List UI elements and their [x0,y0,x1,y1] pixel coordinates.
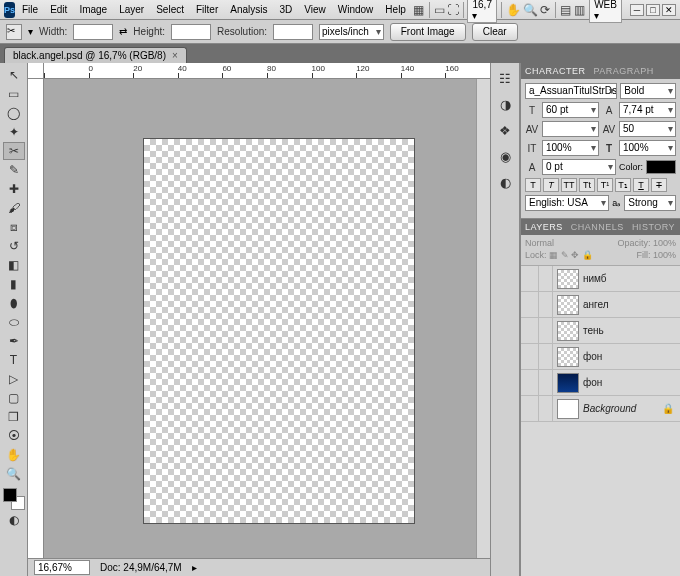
layer-row[interactable]: фон [521,370,680,396]
visibility-icon[interactable] [521,396,539,422]
menu-filter[interactable]: Filter [191,2,223,17]
window-maximize-button[interactable]: □ [646,4,660,16]
resolution-unit-select[interactable]: pixels/inch [319,24,384,40]
layer-name[interactable]: нимб [583,273,607,284]
scrollbar-vertical[interactable] [476,79,490,558]
layer-row[interactable]: ангел [521,292,680,318]
baseline-input[interactable]: 0 pt [542,159,616,175]
language-select[interactable]: English: USA [525,195,609,211]
zoom-status[interactable]: 16,67% [34,560,90,575]
quick-mask-tool[interactable]: ◐ [3,511,25,529]
layer-thumbnail[interactable] [557,347,579,367]
zoom-tool[interactable]: 🔍 [3,465,25,483]
menu-3d[interactable]: 3D [274,2,297,17]
link-cell[interactable] [539,292,553,318]
color-panel-icon[interactable]: ◑ [496,95,514,113]
layer-name[interactable]: тень [583,325,604,336]
hand-icon[interactable]: ✋ [506,1,521,19]
blur-tool[interactable]: ⬮ [3,294,25,312]
layer-thumbnail[interactable] [557,295,579,315]
fill-input[interactable]: 100% [653,250,676,260]
layer-name[interactable]: ангел [583,299,609,310]
menu-help[interactable]: Help [380,2,411,17]
arrange-docs-icon[interactable]: ▭ [433,1,445,19]
status-arrow-icon[interactable]: ▸ [192,562,197,573]
kerning-input[interactable] [542,121,599,137]
zoom-level-input[interactable]: 16,7 ▾ [467,0,496,23]
layer-row[interactable]: нимб [521,266,680,292]
link-cell[interactable] [539,344,553,370]
width-input[interactable] [73,24,113,40]
brush-tool[interactable]: 🖌 [3,199,25,217]
vertical-scale-input[interactable]: 100% [542,140,599,156]
menu-window[interactable]: Window [333,2,379,17]
tab-channels[interactable]: CHANNELS [571,222,624,232]
visibility-icon[interactable] [521,344,539,370]
window-minimize-button[interactable]: ─ [630,4,644,16]
move-tool[interactable]: ↖ [3,66,25,84]
visibility-icon[interactable] [521,370,539,396]
subscript-button[interactable]: T₁ [615,178,631,192]
leading-input[interactable]: 7,74 pt [619,102,676,118]
layer-row[interactable]: Background 🔒 [521,396,680,422]
3d-tool[interactable]: ❐ [3,408,25,426]
launch-bridge-icon[interactable]: ▦ [413,1,425,19]
healing-tool[interactable]: ✚ [3,180,25,198]
link-cell[interactable] [539,318,553,344]
faux-italic-button[interactable]: T [543,178,559,192]
antialias-select[interactable]: Strong [624,195,676,211]
visibility-icon[interactable] [521,292,539,318]
document-tab[interactable]: black.angel.psd @ 16,7% (RGB/8) × [4,47,187,63]
quick-select-tool[interactable]: ✦ [3,123,25,141]
front-image-button[interactable]: Front Image [390,23,466,41]
underline-button[interactable]: T [633,178,649,192]
blend-mode-select[interactable]: Normal [525,238,585,248]
menu-image[interactable]: Image [74,2,112,17]
dodge-tool[interactable]: ⬭ [3,313,25,331]
resolution-input[interactable] [273,24,313,40]
eraser-tool[interactable]: ◧ [3,256,25,274]
font-family-select[interactable]: a_AssuanTitulStrDst [525,83,617,99]
visibility-icon[interactable] [521,266,539,292]
superscript-button[interactable]: T¹ [597,178,613,192]
tab-layers[interactable]: LAYERS [525,222,563,232]
menu-select[interactable]: Select [151,2,189,17]
allcaps-button[interactable]: TT [561,178,577,192]
color-swatches[interactable] [3,488,25,510]
menu-layer[interactable]: Layer [114,2,149,17]
view-extras-icon[interactable]: ▤ [560,1,572,19]
marquee-tool[interactable]: ▭ [3,85,25,103]
styles-panel-icon[interactable]: ◉ [496,147,514,165]
canvas-area[interactable] [44,79,490,558]
swap-wh-icon[interactable]: ⇄ [119,26,127,37]
faux-bold-button[interactable]: T [525,178,541,192]
tab-history[interactable]: HISTORY [632,222,675,232]
layer-name[interactable]: фон [583,377,602,388]
shape-tool[interactable]: ▢ [3,389,25,407]
artboard[interactable] [144,139,414,523]
link-cell[interactable] [539,370,553,396]
lasso-tool[interactable]: ◯ [3,104,25,122]
pen-tool[interactable]: ✒ [3,332,25,350]
rotate-view-icon[interactable]: ⟳ [540,1,552,19]
layer-name[interactable]: фон [583,351,602,362]
foreground-color-swatch[interactable] [3,488,17,502]
layer-thumbnail[interactable] [557,269,579,289]
menu-view[interactable]: View [299,2,331,17]
link-cell[interactable] [539,266,553,292]
swatches-panel-icon[interactable]: ❖ [496,121,514,139]
type-tool[interactable]: T [3,351,25,369]
font-style-select[interactable]: Bold [620,83,676,99]
tab-character[interactable]: CHARACTER [525,66,586,76]
path-select-tool[interactable]: ▷ [3,370,25,388]
height-input[interactable] [171,24,211,40]
layer-name[interactable]: Background [583,403,636,414]
smallcaps-button[interactable]: Tt [579,178,595,192]
screen-mode-icon[interactable]: ⛶ [447,1,459,19]
menu-analysis[interactable]: Analysis [225,2,272,17]
workspace-switcher[interactable]: WEB ▾ [589,0,622,23]
stamp-tool[interactable]: ⧈ [3,218,25,236]
clear-button[interactable]: Clear [472,23,518,41]
gradient-tool[interactable]: ▮ [3,275,25,293]
3d-camera-tool[interactable]: ⦿ [3,427,25,445]
